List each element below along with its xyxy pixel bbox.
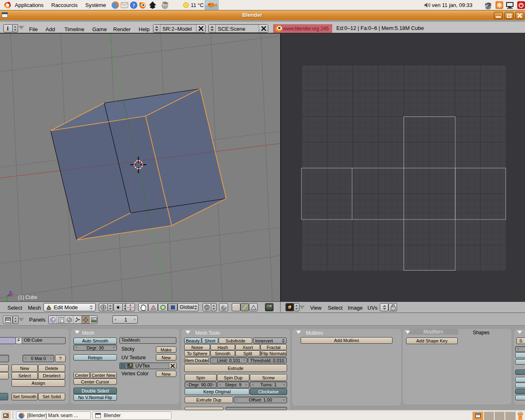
svg-text:(1) Cube: (1) Cube (18, 294, 37, 300)
svg-text:x: x (11, 292, 14, 296)
svg-text:Z: Z (9, 291, 11, 295)
svg-text:?: ? (132, 2, 135, 8)
